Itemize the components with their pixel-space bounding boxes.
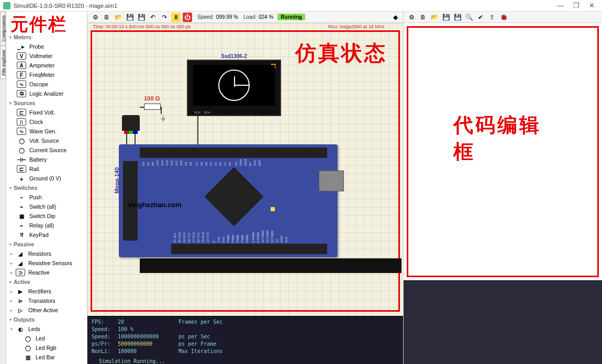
tree-item-ground-0-v-[interactable]: ⏚Ground (0 V) xyxy=(6,174,87,183)
file-open-icon[interactable]: 📂 xyxy=(114,13,123,22)
tree-item-label: Push xyxy=(29,194,42,200)
component-icon: ⊳ xyxy=(16,297,25,304)
console-row: Speed:1000000000000ps per Sec xyxy=(92,333,399,340)
mega-headers-top xyxy=(140,147,327,158)
component-icon: ⎯► xyxy=(17,43,26,50)
tree-item-label: FreqMeter xyxy=(29,72,54,78)
tree-item-push[interactable]: ⎓Push xyxy=(6,192,87,202)
wire[interactable] xyxy=(140,107,144,108)
file-open-icon[interactable]: 📂 xyxy=(430,13,439,22)
component-icon: ◢ xyxy=(16,259,25,267)
tree-item-current-source[interactable]: ◯Current Source xyxy=(6,145,87,155)
component-sidebar: 元件栏 Meters⎯►ProbeVVoltmeterAAmpmeterFFre… xyxy=(6,12,87,364)
tree-group-switches[interactable]: Switches xyxy=(6,183,87,192)
tree-item-ampmeter[interactable]: AAmpmeter xyxy=(6,61,87,70)
tree-item-led-rgb[interactable]: ◯Led Rgb xyxy=(6,343,87,352)
compile-icon[interactable]: ✔ xyxy=(476,13,485,22)
component-ground[interactable]: ⏚ xyxy=(161,113,166,122)
tree-item-keypad[interactable]: ⠿KeyPad xyxy=(6,230,87,240)
tree-group-active[interactable]: Active xyxy=(6,277,87,287)
tree-item-clock[interactable]: ⎍Clock xyxy=(6,117,87,127)
tree-item-label: Rectifiers xyxy=(28,288,51,294)
file-new-icon[interactable]: 🗎 xyxy=(418,13,428,22)
tree-item-voltmeter[interactable]: VVoltmeter xyxy=(6,51,87,61)
pause-icon[interactable]: ⏸ xyxy=(171,13,181,22)
tree-item-transistors[interactable]: ▸⊳Transistors xyxy=(6,296,87,305)
mega-led xyxy=(271,207,275,211)
component-transistor[interactable] xyxy=(122,115,140,131)
gear-icon[interactable]: ⚙ xyxy=(407,13,416,22)
component-icon: ⎍ xyxy=(17,118,26,126)
tree-item-label: Relay (all) xyxy=(29,222,54,229)
tree-item-label: Battery xyxy=(29,156,47,163)
tree-item-probe[interactable]: ⎯►Probe xyxy=(6,42,87,51)
file-saveas-icon[interactable]: 💾 xyxy=(453,13,462,22)
component-icon: ⊃ xyxy=(16,269,25,276)
tree-item-switch-dip[interactable]: ▦Switch Dip xyxy=(6,211,87,221)
speed-label: Speed: xyxy=(197,14,214,20)
component-icon: ⎓ xyxy=(17,194,26,201)
file-new-icon[interactable]: 🗎 xyxy=(102,13,112,22)
code-editor-area[interactable]: 代码编辑框 xyxy=(404,23,602,280)
circuit-canvas[interactable]: Time: 00:00:13 s 600 ms 000 us 000 ns 00… xyxy=(87,23,403,316)
tree-group-sources[interactable]: Sources xyxy=(6,98,87,108)
tree-group-passive[interactable]: Passive xyxy=(6,240,87,249)
tree-item-relay-all-[interactable]: ⌁Relay (all) xyxy=(6,221,87,230)
undo-icon[interactable]: ↶ xyxy=(148,13,158,22)
gear-icon[interactable]: ⚙ xyxy=(91,13,100,22)
component-icon: ⊏ xyxy=(17,165,26,173)
tree-item-leds[interactable]: ▾◐Leds xyxy=(6,324,87,334)
component-icon: ▷ xyxy=(16,306,25,314)
debug-icon[interactable]: 🐞 xyxy=(499,13,508,22)
file-save-icon[interactable]: 💾 xyxy=(441,13,451,22)
right-console xyxy=(404,280,602,364)
component-icon: ▥ xyxy=(23,354,32,361)
tree-item-logic-analizer[interactable]: ⧉Logic Analizer xyxy=(6,89,87,98)
tree-item-label: Reactive xyxy=(28,269,50,276)
tree-item-rectifiers[interactable]: ▸▶Rectifiers xyxy=(6,287,87,296)
find-icon[interactable]: 🔍 xyxy=(464,13,474,22)
tree-item-fixed-volt-[interactable]: ⊏Fixed Volt. xyxy=(6,108,87,117)
time-info: Time: 00:00:13 s 600 ms 000 us 000 ns 00… xyxy=(93,24,191,29)
wire[interactable] xyxy=(197,116,198,144)
tree-group-outputs[interactable]: Outputs xyxy=(6,315,87,324)
tree-item-switch-all-[interactable]: ⌁Switch (all) xyxy=(6,202,87,211)
component-oled[interactable]: Ssd1306-2 📶 SCKSDA xyxy=(187,60,281,116)
tree-item-oscope[interactable]: ∿Oscope xyxy=(6,79,87,89)
tree-item-volt-source[interactable]: ◯Volt. Source xyxy=(6,136,87,145)
tree-item-reactive[interactable]: ▸⊃Reactive xyxy=(6,268,87,277)
tree-item-battery[interactable]: ⊣⊢Battery xyxy=(6,155,87,164)
tree-item-rail-[interactable]: ⊏Rail. xyxy=(6,164,87,174)
tree-item-label: Clock xyxy=(29,119,43,125)
component-icon: ⊏ xyxy=(17,109,26,116)
tree-item-freqmeter[interactable]: FFreqMeter xyxy=(6,70,87,79)
file-saveas-icon[interactable]: 💾 xyxy=(137,13,146,22)
minimize-button[interactable]: — xyxy=(557,2,564,9)
mega-usb-port xyxy=(319,170,344,191)
component-resistor[interactable] xyxy=(144,104,161,110)
tree-item-other-active[interactable]: ▸▷Other Active xyxy=(6,305,87,315)
tree-item-led-bar[interactable]: ▥Led Bar xyxy=(6,352,87,362)
right-pane: ⚙ 🗎 📂 💾 💾 🔍 ✔ ⇧ 🐞 代码编辑框 xyxy=(403,12,602,364)
component-icon: ⊣⊢ xyxy=(17,156,26,163)
power-icon[interactable]: ⏻ xyxy=(183,13,192,22)
mega-pinlabels-bot: 21 SCL20 SDA19 RX118 TX117 RX216 TX215 R… xyxy=(173,231,288,243)
component-icon: ◯ xyxy=(17,146,26,154)
tree-item-7-segment[interactable]: 87 Segment xyxy=(6,362,87,364)
tab-components[interactable]: Components xyxy=(0,12,6,46)
tree-item-resistive-sensors[interactable]: ▸◢Resistive Sensors xyxy=(6,258,87,268)
maximize-button[interactable]: ❐ xyxy=(573,2,579,9)
watermark: yinghezhan.com xyxy=(128,201,182,209)
tree-item-led[interactable]: ◯Led xyxy=(6,334,87,343)
tab-file-explorer[interactable]: File explorer xyxy=(0,46,6,79)
tree-item-resistors[interactable]: ▸◢Resistors xyxy=(6,249,87,258)
tree-item-label: Ground (0 V) xyxy=(29,175,61,181)
file-save-icon[interactable]: 💾 xyxy=(125,13,135,22)
tree-item-label: Fixed Volt. xyxy=(29,109,55,116)
tree-item-wave-gen-[interactable]: ∿Wave Gen. xyxy=(6,127,87,136)
upload-icon[interactable]: ⇧ xyxy=(487,13,497,22)
console-row: Speed:100 % xyxy=(92,326,399,333)
redo-icon[interactable]: ↷ xyxy=(160,13,169,22)
info-icon[interactable]: ◆ xyxy=(391,13,400,22)
close-button[interactable]: ✕ xyxy=(589,2,595,9)
